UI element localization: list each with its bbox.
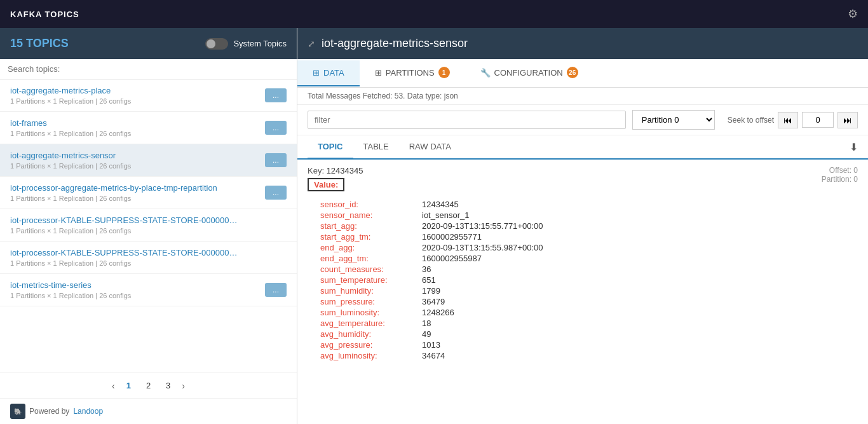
system-topics-toggle[interactable] xyxy=(205,38,228,50)
tab-label: CONFIGURATION xyxy=(494,68,563,78)
seek-first-button[interactable]: ⏮ xyxy=(778,112,798,128)
json-key: end_agg: xyxy=(320,243,422,252)
download-icon[interactable]: ⬇ xyxy=(850,141,858,153)
json-key: start_agg: xyxy=(320,221,422,231)
tab-configuration[interactable]: 🔧 CONFIGURATION 26 xyxy=(465,59,593,87)
sub-tab-table[interactable]: TABLE xyxy=(353,135,399,160)
pagination: ‹ 1 2 3 › xyxy=(0,373,297,398)
json-value: 34674 xyxy=(422,351,445,360)
json-key: sensor_id: xyxy=(320,200,422,209)
search-input[interactable] xyxy=(8,64,289,74)
tab-icon: ⊞ xyxy=(313,68,320,78)
next-page-button[interactable]: › xyxy=(182,381,185,391)
tab-badge: 1 xyxy=(438,67,450,78)
key-value: 12434345 xyxy=(327,166,363,175)
topic-name: iot-aggregate-metrics-sensor xyxy=(10,151,131,160)
key-label: Key: xyxy=(308,166,327,175)
topic-action-button[interactable]: ... xyxy=(265,186,287,200)
prev-page-button[interactable]: ‹ xyxy=(112,381,115,391)
system-topics-label: System Topics xyxy=(233,39,287,48)
page-3[interactable]: 3 xyxy=(162,380,174,392)
tab-badge: 26 xyxy=(567,67,578,78)
key-row: Key: 12434345 xyxy=(308,166,363,175)
json-value: 49 xyxy=(422,329,431,339)
topic-meta: 1 Partitions × 1 Replication | 26 config… xyxy=(10,227,239,235)
filter-input[interactable] xyxy=(308,111,626,129)
topic-item[interactable]: iot-processor-KTABLE-SUPPRESS-STATE-STOR… xyxy=(0,242,297,274)
topic-action-button[interactable]: ... xyxy=(265,153,287,167)
data-content: Key: 12434345 Offset: 0 Partition: 0 Val… xyxy=(297,160,868,424)
json-field-row: avg_temperature: 18 xyxy=(308,318,858,329)
tab-partitions[interactable]: ⊞ PARTITIONS 1 xyxy=(360,59,465,87)
topic-item[interactable]: iot-processor-aggregate-metrics-by-place… xyxy=(0,177,297,209)
info-bar: Total Messages Fetched: 53. Data type: j… xyxy=(297,88,868,105)
header: KAFKA TOPICS ⚙ xyxy=(0,0,868,28)
main-layout: 15 TOPICS System Topics iot-aggregate-me… xyxy=(0,28,868,424)
tabs-bar: ⊞ DATA ⊞ PARTITIONS 1 🔧 CONFIGURATION 26 xyxy=(297,59,868,88)
json-field-row: sensor_id: 12434345 xyxy=(308,199,858,210)
offset-label: Offset: 0 xyxy=(829,166,858,175)
json-value: 36479 xyxy=(422,297,445,306)
topic-meta: 1 Partitions × 1 Replication | 26 config… xyxy=(10,195,217,202)
topic-name: iot-frames xyxy=(10,118,131,128)
json-value: 1013 xyxy=(422,340,440,350)
json-key: sum_pressure: xyxy=(320,297,422,306)
value-label: Value: xyxy=(308,178,344,191)
left-panel-header: 15 TOPICS System Topics xyxy=(0,28,297,59)
json-key: sum_luminosity: xyxy=(320,308,422,317)
json-key: start_agg_tm: xyxy=(320,232,422,242)
topic-item[interactable]: iot-aggregate-metrics-sensor 1 Partition… xyxy=(0,144,297,177)
topic-meta: 1 Partitions × 1 Replication | 26 config… xyxy=(10,259,239,267)
json-field-row: sum_luminosity: 1248266 xyxy=(308,307,858,318)
topic-item[interactable]: iot-frames 1 Partitions × 1 Replication … xyxy=(0,112,297,144)
json-key: sum_temperature: xyxy=(320,275,422,285)
topic-meta: 1 Partitions × 1 Replication | 26 config… xyxy=(10,292,131,299)
sub-tab-raw-data[interactable]: RAW DATA xyxy=(399,135,461,160)
json-key: avg_pressure: xyxy=(320,340,422,350)
partition-label: Partition: 0 xyxy=(822,175,858,184)
json-field-row: sum_humidity: 1799 xyxy=(308,285,858,296)
seek-last-button[interactable]: ⏭ xyxy=(837,112,858,128)
json-key: avg_temperature: xyxy=(320,318,422,328)
topic-item[interactable]: iot-aggregate-metrics-place 1 Partitions… xyxy=(0,79,297,112)
left-panel: 15 TOPICS System Topics iot-aggregate-me… xyxy=(0,28,297,424)
json-value: 2020-09-13T13:15:55.771+00:00 xyxy=(422,221,543,231)
topic-name: iot-metrics-time-series xyxy=(10,280,131,290)
json-field-row: end_agg: 2020-09-13T13:15:55.987+00:00 xyxy=(308,242,858,253)
topic-name: iot-processor-aggregate-metrics-by-place… xyxy=(10,183,217,193)
right-panel: ⤢ iot-aggregate-metrics-sensor ⊞ DATA ⊞ … xyxy=(297,28,868,424)
json-key: avg_humidity: xyxy=(320,329,422,339)
tab-data[interactable]: ⊞ DATA xyxy=(297,60,360,86)
page-1[interactable]: 1 xyxy=(123,380,135,392)
tab-icon: 🔧 xyxy=(480,68,491,78)
topic-title: iot-aggregate-metrics-sensor xyxy=(322,37,468,50)
landoop-icon: 🐘 xyxy=(10,404,25,419)
tab-label: DATA xyxy=(323,68,344,78)
powered-by: 🐘 Powered by Landoop xyxy=(0,398,297,424)
json-fields: sensor_id: 12434345 sensor_name: iot_sen… xyxy=(308,199,858,361)
topic-action-button[interactable]: ... xyxy=(265,121,287,135)
page-2[interactable]: 2 xyxy=(142,380,154,392)
topic-item[interactable]: iot-processor-KTABLE-SUPPRESS-STATE-STOR… xyxy=(0,209,297,242)
gear-icon[interactable]: ⚙ xyxy=(848,7,858,21)
partition-select[interactable]: Partition 0Partition 1Partition 2 xyxy=(632,110,715,130)
seek-section: Seek to offset ⏮ ⏭ xyxy=(728,112,858,128)
tab-icon: ⊞ xyxy=(375,68,382,78)
json-value: 2020-09-13T13:15:55.987+00:00 xyxy=(422,243,543,252)
landoop-link[interactable]: Landoop xyxy=(73,407,103,416)
sub-tab-topic[interactable]: TOPIC xyxy=(308,135,353,160)
topics-count: 15 TOPICS xyxy=(10,37,69,50)
topic-name: iot-processor-KTABLE-SUPPRESS-STATE-STOR… xyxy=(10,215,239,225)
system-topics-section: System Topics xyxy=(205,38,287,50)
json-value: 1600002955771 xyxy=(422,232,482,242)
json-key: count_measures: xyxy=(320,264,422,274)
topic-action-button[interactable]: ... xyxy=(265,283,287,297)
json-field-row: avg_luminosity: 34674 xyxy=(308,350,858,361)
topic-item[interactable]: iot-metrics-time-series 1 Partitions × 1… xyxy=(0,274,297,306)
json-value: 1799 xyxy=(422,286,440,296)
json-value: 1248266 xyxy=(422,308,454,317)
json-key: sensor_name: xyxy=(320,210,422,220)
seek-input[interactable] xyxy=(802,112,834,128)
json-field-row: sum_temperature: 651 xyxy=(308,275,858,285)
topic-action-button[interactable]: ... xyxy=(265,88,287,102)
